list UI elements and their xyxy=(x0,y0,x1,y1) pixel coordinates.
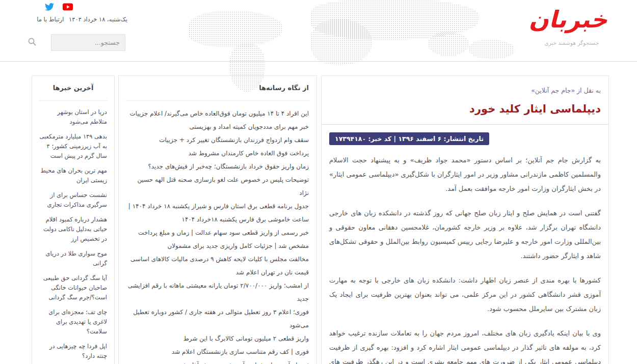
logo-wordmark: خبربان xyxy=(536,3,607,36)
latest-news-item[interactable]: چای تف؛ معجزه‌ای برای لاغری یا تهدیدی بر… xyxy=(39,307,107,337)
media-view-item[interactable]: سقف وام ازدواج فرزندان بازنشستگان تغییر … xyxy=(126,133,309,147)
latest-news-title: آخرین خبرها xyxy=(32,76,114,100)
latest-news-item[interactable]: موج سواری طلا در دریای گرانی xyxy=(39,249,107,268)
site-logo[interactable]: خبربان جستجوگر هوشمند خبری xyxy=(536,3,607,46)
social-links xyxy=(45,3,79,12)
media-view-item[interactable]: زمان واریز حقوق خرداد بازنشستگان؛ چه‌خبر… xyxy=(126,160,309,173)
media-view-item[interactable]: از امشب؛ واریز ۲/۷۰۰/۰۰۰ تومان یارانه مع… xyxy=(126,279,309,305)
twitter-icon[interactable] xyxy=(45,3,54,13)
media-view-panel: از نگاه رسانه‌ها این افراد ۴ تا ۱۴ میلیو… xyxy=(118,75,317,364)
latest-news-item[interactable]: آیا سگ گردانی حق طبیعی صاحبان حیوانات خا… xyxy=(39,273,107,302)
media-view-item[interactable]: قیمت نان در تهران اعلام شد xyxy=(126,266,309,279)
latest-news-panel: آخرین خبرها دریا در استان بوشهر متلاطم م… xyxy=(32,75,115,364)
site-header: خبربان جستجوگر هوشمند خبری یک‌شنبه، ۱۸ خ… xyxy=(0,0,637,62)
media-view-item[interactable]: این افراد ۴ تا ۱۴ میلیون تومان فوق‌العاد… xyxy=(126,107,309,120)
latest-news-item[interactable]: بدهی ۱۴۹ میلیارد مترمکعبی به آب زیرزمینی… xyxy=(39,132,107,161)
world-map-background xyxy=(143,0,530,59)
latest-news-item[interactable]: دریا در استان بوشهر متلاطم می‌شود xyxy=(39,107,107,127)
media-view-item[interactable]: فوری؛ اعلام ۳ روز تعطیل متوالی در هفته ج… xyxy=(126,305,309,332)
logo-tagline: جستجوگر هوشمند خبری xyxy=(536,40,607,46)
media-view-item[interactable]: فوری | کف رقم متناسب سازی بازنشستگان اعل… xyxy=(126,345,309,358)
search-box[interactable] xyxy=(51,34,125,51)
article-panel: به نقل از «جام جم آنلاین» دیپلماسی ایثار… xyxy=(321,75,609,364)
article-source-note: به نقل از «جام جم آنلاین» xyxy=(329,76,601,94)
header-date-row: یک‌شنبه، ۱۸ خرداد ۱۴۰۴ ارتباط با ما xyxy=(36,16,127,23)
media-view-item[interactable]: واریز قطعی ۲ میلیون تومانی کالابرگ با ای… xyxy=(126,332,309,345)
latest-news-list: دریا در استان بوشهر متلاطم می‌شودبدهی ۱۴… xyxy=(32,101,114,364)
media-view-item[interactable]: مخالفت مجلس با کلیات لایحه کاهش ۹ درصدی … xyxy=(126,253,309,266)
article-paragraph: وی با بیان اینکه یادگیری زبان های مختلف،… xyxy=(329,326,601,364)
current-date: یک‌شنبه، ۱۸ خرداد ۱۴۰۴ xyxy=(69,16,127,23)
media-view-item[interactable]: خبر رسمی از واریز قطعی سود سهام عدالت | … xyxy=(126,226,309,253)
search-icon[interactable] xyxy=(28,38,36,48)
article-paragraph: گفتنی است در همایش صلح و ایثار زبان صلح … xyxy=(329,206,601,263)
media-view-list: این افراد ۴ تا ۱۴ میلیون تومان فوق‌العاد… xyxy=(119,101,316,364)
divider xyxy=(322,124,608,125)
article-paragraph: کشورها با بهره مندی از عنصر زبان اظهار د… xyxy=(329,273,601,316)
media-view-item[interactable]: ثبت‌نام آزمون استخدامی آموزش و پرورش آغا… xyxy=(126,358,309,364)
article-paragraph: به گزارش جام جم آنلاین؛ بر اساس دستور «م… xyxy=(329,153,601,196)
media-view-item[interactable]: جدول برنامه قطعی برق استان فارس و شیراز … xyxy=(126,200,309,226)
publish-meta-badge: تاریخ انتشار: ۶ اسفند ۱۳۹۶ | کد خبر: ۱۷۳… xyxy=(329,132,489,145)
latest-news-item[interactable]: اپل فردا چه چیزهایی در چنته دارد؟ xyxy=(39,342,107,361)
latest-news-item[interactable]: هشدار درباره کمبود اقلام حیاتی به‌دلیل ن… xyxy=(39,215,107,244)
search-input[interactable] xyxy=(40,39,120,46)
media-view-item[interactable]: پرداخت فوق العاده خاص کارمندان مشروط شد xyxy=(126,147,309,160)
contact-us-link[interactable]: ارتباط با ما xyxy=(37,16,64,23)
media-view-title: از نگاه رسانه‌ها xyxy=(119,76,316,100)
media-view-item[interactable]: توضیحات پلیس در خصوص علت لغو بازسازی صحن… xyxy=(126,173,309,200)
media-view-item[interactable]: خبر مهم برای مددجویان کمیته امداد و بهزی… xyxy=(126,120,309,133)
youtube-icon[interactable] xyxy=(63,3,73,13)
article-title: دیپلماسی ایثار کلید خورد xyxy=(329,103,601,115)
latest-news-item[interactable]: نشست حساس برای از سرگیری مذاکرات تجاری xyxy=(39,190,107,210)
latest-news-item[interactable]: مهم ترین بحران های محیط زیستی ایران xyxy=(39,166,107,185)
article-body: به گزارش جام جم آنلاین؛ بر اساس دستور «م… xyxy=(329,153,601,364)
